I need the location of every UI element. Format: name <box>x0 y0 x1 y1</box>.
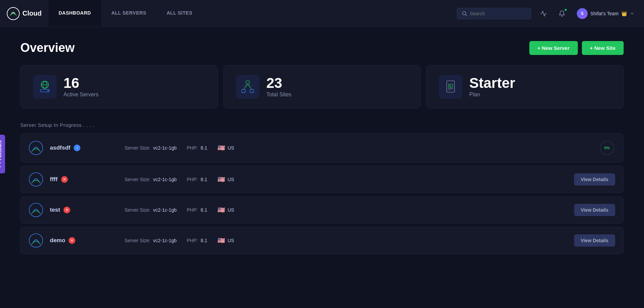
new-site-button[interactable]: + New Site <box>582 41 624 55</box>
activity-button[interactable] <box>537 7 550 20</box>
activity-icon <box>540 10 547 17</box>
server-action-progress: 0% <box>599 140 615 156</box>
server-name-area: test ✕ <box>50 207 118 213</box>
php-value: 8.1 <box>201 145 207 151</box>
region-value: US <box>228 238 234 243</box>
server-logo-icon <box>29 203 43 217</box>
new-server-button[interactable]: + New Server <box>529 41 578 55</box>
tab-all-sites[interactable]: ALL SITES <box>156 0 203 27</box>
server-size-item: Server Size: vc2-1c-1gb <box>125 207 177 213</box>
region-item: 🇺🇸 US <box>217 206 234 214</box>
tab-all-servers[interactable]: ALL SERVERS <box>101 0 156 27</box>
php-label: PHP: <box>187 145 198 151</box>
feedback-label: + Feedback <box>0 140 2 164</box>
server-size-item: Server Size: vc2-1c-1gb <box>125 177 177 182</box>
svg-point-18 <box>29 141 43 155</box>
stat-number-sites: 23 <box>266 76 291 90</box>
notification-badge <box>564 8 567 12</box>
svg-point-23 <box>29 234 43 247</box>
flag-icon: 🇺🇸 <box>217 206 225 214</box>
server-name-area: asdfsdf i <box>50 145 118 151</box>
server-row: asdfsdf i Server Size: vc2-1c-1gb PHP: 8… <box>20 133 624 162</box>
server-action-view: View Details <box>574 173 615 186</box>
server-name-area: ffff ✕ <box>50 176 118 183</box>
svg-text:$: $ <box>449 84 451 87</box>
server-name-area: demo ✕ <box>50 237 118 244</box>
server-row: ffff ✕ Server Size: vc2-1c-1gb PHP: 8.1 … <box>20 166 624 193</box>
notifications-button[interactable] <box>556 7 568 20</box>
region-value: US <box>228 207 234 213</box>
stat-icon-servers <box>33 75 57 99</box>
search-box[interactable] <box>457 8 531 19</box>
server-size-item: Server Size: vc2-1c-1gb <box>125 238 177 243</box>
server-size-label: Server Size: <box>125 145 150 151</box>
nav-right: S Shifat's Team 👑 <box>457 7 637 20</box>
server-size-label: Server Size: <box>125 238 150 243</box>
network-icon <box>240 79 255 94</box>
stat-icon-sites <box>236 75 260 99</box>
feedback-plus-icon: + <box>0 166 2 168</box>
stat-card-active-servers: 16 Active Servers <box>20 65 218 109</box>
view-details-button[interactable]: View Details <box>574 234 615 247</box>
svg-line-10 <box>244 84 248 90</box>
php-item: PHP: 8.1 <box>187 177 207 182</box>
php-label: PHP: <box>187 177 198 182</box>
stat-icon-plan: $ <box>439 75 462 99</box>
flag-icon: 🇺🇸 <box>217 176 225 183</box>
receipt-icon: $ <box>443 79 458 94</box>
php-label: PHP: <box>187 238 198 243</box>
server-meta: Server Size: vc2-1c-1gb PHP: 8.1 🇺🇸 US <box>125 237 567 244</box>
globe-servers-icon <box>37 79 52 94</box>
crown-icon: 👑 <box>621 11 627 16</box>
svg-rect-7 <box>246 81 250 84</box>
server-action-view: View Details <box>574 234 615 247</box>
stat-label-servers: Active Servers <box>63 92 98 98</box>
server-meta: Server Size: vc2-1c-1gb PHP: 8.1 🇺🇸 US <box>125 144 592 152</box>
server-size-value: vc2-1c-1gb <box>153 177 176 182</box>
server-size-value: vc2-1c-1gb <box>153 238 176 243</box>
php-item: PHP: 8.1 <box>187 238 207 243</box>
region-value: US <box>228 145 234 151</box>
svg-rect-8 <box>242 90 245 93</box>
php-label: PHP: <box>187 207 198 213</box>
setup-section-title: Server Setup In Progress . . . . <box>20 122 624 128</box>
svg-line-11 <box>248 84 252 90</box>
server-name: test <box>50 207 60 213</box>
server-size-label: Server Size: <box>125 177 150 182</box>
progress-label: 0% <box>604 146 610 150</box>
server-name: ffff <box>50 176 58 183</box>
server-logo-icon <box>29 233 43 248</box>
flag-icon: 🇺🇸 <box>217 237 225 244</box>
server-row: test ✕ Server Size: vc2-1c-1gb PHP: 8.1 … <box>20 196 624 224</box>
status-icon-error: ✕ <box>63 207 70 213</box>
progress-circle: 0% <box>599 140 615 156</box>
search-icon <box>462 11 467 16</box>
flag-icon: 🇺🇸 <box>217 144 225 152</box>
php-value: 8.1 <box>201 207 207 213</box>
tab-dashboard[interactable]: DASHBOARD <box>49 0 101 27</box>
view-details-button[interactable]: View Details <box>574 204 615 216</box>
team-selector[interactable]: S Shifat's Team 👑 <box>574 7 637 20</box>
logo-text: Cloud <box>22 9 42 17</box>
stat-card-plan: $ Starter Plan <box>426 65 624 109</box>
nav-tabs: DASHBOARD ALL SERVERS ALL SITES <box>49 0 203 27</box>
header-actions: + New Server + New Site <box>529 41 624 55</box>
status-icon-info: i <box>74 145 80 151</box>
stat-label-sites: Total Sites <box>266 92 291 98</box>
php-item: PHP: 8.1 <box>187 207 207 213</box>
php-value: 8.1 <box>201 177 207 182</box>
server-size-item: Server Size: vc2-1c-1gb <box>125 145 177 151</box>
stat-card-total-sites: 23 Total Sites <box>223 65 421 109</box>
svg-point-6 <box>48 90 49 92</box>
server-action-view: View Details <box>574 204 615 216</box>
new-server-label: + New Server <box>537 45 570 51</box>
svg-point-21 <box>29 173 43 186</box>
feedback-tab[interactable]: + + Feedback <box>0 135 5 173</box>
php-item: PHP: 8.1 <box>187 145 207 151</box>
logo[interactable]: Cloud <box>7 7 42 20</box>
view-details-button[interactable]: View Details <box>574 173 615 186</box>
search-input[interactable] <box>470 11 526 16</box>
logo-icon <box>7 7 20 20</box>
server-name: demo <box>50 237 65 244</box>
avatar: S <box>577 8 588 19</box>
